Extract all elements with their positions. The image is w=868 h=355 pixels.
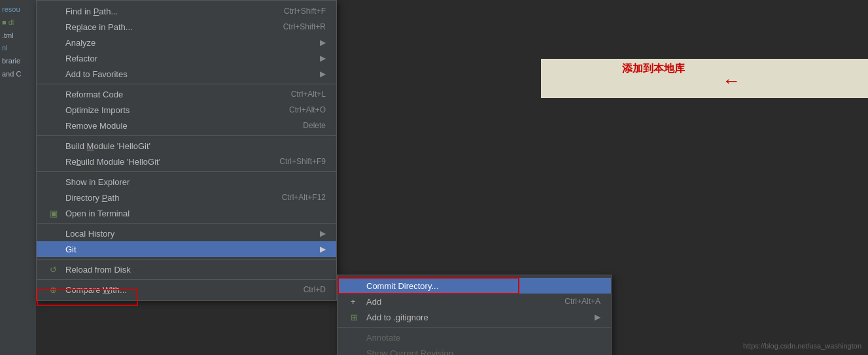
separator-2 — [37, 135, 336, 136]
menu-add-favorites[interactable]: Add to Favorites ▶ — [37, 66, 336, 82]
gitignore-arrow: ▶ — [595, 313, 600, 322]
git-submenu: Commit Directory... + Add Ctrl+Alt+A ⊞ A… — [337, 275, 612, 355]
find-in-path-shortcut: Ctrl+Shift+F — [284, 7, 326, 16]
menu-optimize-imports[interactable]: Optimize Imports Ctrl+Alt+O — [37, 102, 336, 118]
show-revision-label: Show Current Revision — [366, 348, 600, 356]
reformat-code-shortcut: Ctrl+Alt+L — [291, 90, 326, 99]
replace-in-path-shortcut: Ctrl+Shift+R — [283, 22, 326, 31]
git-label: Git — [65, 245, 315, 254]
menu-replace-in-path[interactable]: Replace in Path... Ctrl+Shift+R — [37, 19, 336, 35]
menu-show-explorer[interactable]: Show in Explorer — [37, 174, 336, 190]
menu-directory-path[interactable]: Directory Path Ctrl+Alt+F12 — [37, 190, 336, 205]
remove-module-shortcut: Delete — [303, 121, 326, 130]
analyze-label: Analyze — [65, 38, 315, 48]
add-gitignore-label: Add to .gitignore — [366, 313, 589, 322]
menu-refactor[interactable]: Refactor ▶ — [37, 50, 336, 66]
git-show-revision[interactable]: Show Current Revision — [338, 345, 611, 355]
directory-path-shortcut: Ctrl+Alt+F12 — [282, 193, 326, 202]
show-explorer-label: Show in Explorer — [65, 177, 326, 187]
refactor-arrow: ▶ — [320, 54, 326, 63]
menu-local-history[interactable]: Local History ▶ — [37, 226, 336, 241]
separator-6 — [37, 279, 336, 280]
optimize-imports-shortcut: Ctrl+Alt+O — [289, 105, 326, 114]
terminal-icon: ▣ — [50, 209, 63, 218]
build-module-label: Build Module 'HelloGit' — [65, 141, 326, 151]
menu-analyze[interactable]: Analyze ▶ — [37, 35, 336, 50]
menu-rebuild-module[interactable]: Rebuild Module 'HelloGit' Ctrl+Shift+F9 — [37, 154, 336, 169]
left-panel: resou ■ dl .tml nl brarie and C — [0, 0, 36, 355]
open-terminal-label: Open in Terminal — [65, 209, 326, 218]
add-label: Add — [366, 297, 545, 307]
menu-remove-module[interactable]: Remove Module Delete — [37, 118, 336, 133]
separator-4 — [37, 223, 336, 224]
find-in-path-label: Find in Path... — [65, 7, 264, 16]
replace-in-path-label: Replace in Path... — [65, 22, 264, 32]
git-add[interactable]: + Add Ctrl+Alt+A — [338, 294, 611, 309]
menu-reformat-code[interactable]: Reformat Code Ctrl+Alt+L — [37, 86, 336, 102]
optimize-imports-label: Optimize Imports — [65, 105, 269, 115]
analyze-arrow: ▶ — [320, 38, 326, 47]
watermark: https://blog.csdn.net/usa_washington — [743, 342, 861, 350]
menu-compare-with[interactable]: ⊕ Compare With... Ctrl+D — [37, 282, 336, 297]
reformat-code-label: Reformat Code — [65, 90, 271, 99]
git-commit-directory[interactable]: Commit Directory... — [338, 278, 611, 294]
directory-path-label: Directory Path — [65, 193, 262, 203]
add-icon: + — [351, 297, 364, 307]
git-add-gitignore[interactable]: ⊞ Add to .gitignore ▶ — [338, 309, 611, 325]
menu-git[interactable]: Git ▶ — [37, 241, 336, 257]
separator-5 — [37, 259, 336, 260]
menu-open-terminal[interactable]: ▣ Open in Terminal — [37, 205, 336, 221]
local-history-label: Local History — [65, 229, 315, 239]
separator-1 — [37, 84, 336, 84]
annotate-label: Annotate — [366, 333, 600, 343]
annotation-arrow: ← — [722, 71, 740, 92]
context-menu-left: Find in Path... Ctrl+Shift+F Replace in … — [36, 0, 337, 301]
remove-module-label: Remove Module — [65, 121, 283, 131]
compare-with-label: Compare With... — [65, 285, 284, 295]
git-arrow: ▶ — [320, 245, 326, 254]
reload-icon: ↺ — [50, 265, 63, 275]
add-favorites-label: Add to Favorites — [65, 69, 315, 79]
compare-icon: ⊕ — [50, 285, 63, 295]
favorites-arrow: ▶ — [320, 69, 326, 78]
menu-reload-disk[interactable]: ↺ Reload from Disk — [37, 262, 336, 277]
reload-disk-label: Reload from Disk — [65, 265, 326, 275]
commit-directory-label: Commit Directory... — [366, 281, 600, 291]
add-shortcut: Ctrl+Alt+A — [564, 297, 600, 306]
git-separator-1 — [338, 327, 611, 328]
rebuild-module-shortcut: Ctrl+Shift+F9 — [279, 157, 326, 166]
menu-find-in-path[interactable]: Find in Path... Ctrl+Shift+F — [37, 3, 336, 19]
menu-build-module[interactable]: Build Module 'HelloGit' — [37, 138, 336, 154]
compare-with-shortcut: Ctrl+D — [304, 285, 326, 294]
rebuild-module-label: Rebuild Module 'HelloGit' — [65, 157, 260, 167]
refactor-label: Refactor — [65, 54, 315, 63]
local-history-arrow: ▶ — [320, 229, 326, 238]
annotation-area — [541, 59, 868, 98]
separator-3 — [37, 171, 336, 172]
chinese-annotation: 添加到本地库 — [622, 62, 685, 76]
git-annotate[interactable]: Annotate — [338, 330, 611, 345]
gitignore-icon: ⊞ — [351, 313, 364, 322]
